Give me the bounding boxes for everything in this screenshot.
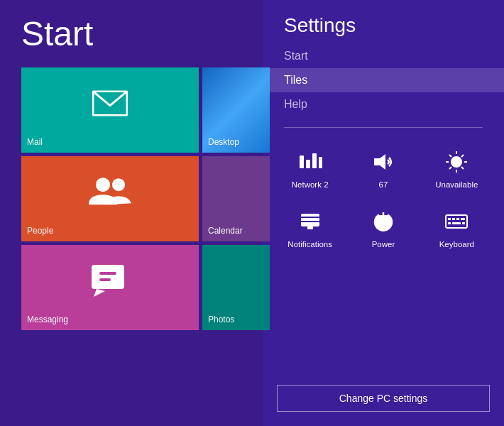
svg-line-17: [449, 155, 451, 157]
svg-rect-9: [312, 153, 317, 168]
network-label: Network 2: [292, 180, 329, 189]
svg-rect-30: [461, 218, 465, 220]
notifications-label: Notifications: [287, 240, 332, 248]
brightness-label: Unavailable: [435, 180, 478, 189]
svg-rect-29: [456, 218, 459, 220]
mail-label: Mail: [27, 137, 193, 147]
volume-label: 67: [379, 180, 388, 189]
settings-divider: [284, 127, 483, 128]
tile-people[interactable]: People: [21, 156, 199, 241]
brightness-icon-item[interactable]: Unavailable: [424, 142, 490, 195]
nav-help[interactable]: Help: [263, 92, 504, 116]
volume-icon: [369, 148, 398, 176]
keyboard-label: Keyboard: [439, 240, 474, 248]
settings-title: Settings: [263, 0, 504, 44]
svg-rect-10: [319, 157, 322, 168]
svg-rect-21: [301, 214, 319, 226]
svg-line-19: [461, 155, 464, 157]
svg-rect-32: [452, 222, 461, 224]
network-icon: [296, 148, 324, 176]
tile-photos[interactable]: Photos: [202, 245, 270, 330]
power-label: Power: [372, 240, 395, 248]
calendar-label: Calendar: [208, 226, 264, 236]
volume-icon-item[interactable]: 67: [350, 142, 416, 195]
svg-rect-27: [448, 218, 451, 220]
tile-mail[interactable]: Mail: [21, 67, 199, 153]
notifications-icon: [296, 207, 324, 236]
svg-rect-3: [92, 265, 124, 289]
start-title: Start: [0, 0, 263, 67]
tile-desktop[interactable]: Desktop: [202, 67, 270, 153]
nav-tiles[interactable]: Tiles: [263, 68, 504, 92]
notifications-icon-item[interactable]: Notifications: [277, 202, 343, 254]
svg-point-2: [112, 178, 125, 191]
svg-rect-31: [448, 222, 451, 224]
brightness-icon: [442, 148, 471, 176]
photos-label: Photos: [208, 315, 264, 324]
people-icon: [89, 176, 131, 209]
svg-rect-8: [306, 160, 310, 168]
keyboard-icon: [442, 207, 471, 236]
tile-messaging[interactable]: Messaging: [21, 245, 199, 330]
svg-marker-11: [374, 154, 385, 170]
change-pc-settings-button[interactable]: Change PC settings: [277, 385, 490, 412]
svg-rect-22: [301, 217, 319, 218]
svg-rect-6: [99, 278, 111, 281]
svg-line-20: [449, 167, 451, 169]
settings-nav: Start Tiles Help: [263, 44, 504, 116]
svg-rect-33: [462, 222, 465, 224]
svg-rect-24: [307, 226, 313, 229]
mail-icon: [92, 91, 128, 119]
nav-start[interactable]: Start: [263, 44, 504, 68]
desktop-label: Desktop: [208, 137, 264, 147]
svg-rect-23: [301, 221, 319, 222]
svg-rect-28: [452, 218, 455, 220]
power-icon: [369, 207, 398, 236]
svg-point-12: [451, 157, 461, 167]
power-icon-item[interactable]: Power: [350, 202, 416, 254]
messaging-icon: [91, 264, 129, 299]
system-icons-grid: Network 2 67: [263, 142, 504, 254]
svg-rect-26: [446, 215, 467, 228]
people-label: People: [27, 226, 193, 236]
settings-panel: Settings Start Tiles Help Network 2: [263, 0, 504, 426]
keyboard-icon-item[interactable]: Keyboard: [424, 202, 490, 254]
svg-point-1: [96, 178, 110, 192]
svg-rect-5: [99, 272, 116, 275]
tiles-grid: Mail Desktop People Calendar: [0, 67, 263, 330]
network-icon-item[interactable]: Network 2: [277, 142, 343, 195]
start-panel: Start Mail Desktop: [0, 0, 263, 426]
svg-line-18: [461, 167, 464, 169]
svg-marker-4: [94, 289, 105, 297]
svg-rect-7: [300, 155, 304, 168]
messaging-label: Messaging: [27, 315, 193, 324]
tile-calendar[interactable]: Calendar: [202, 156, 270, 241]
